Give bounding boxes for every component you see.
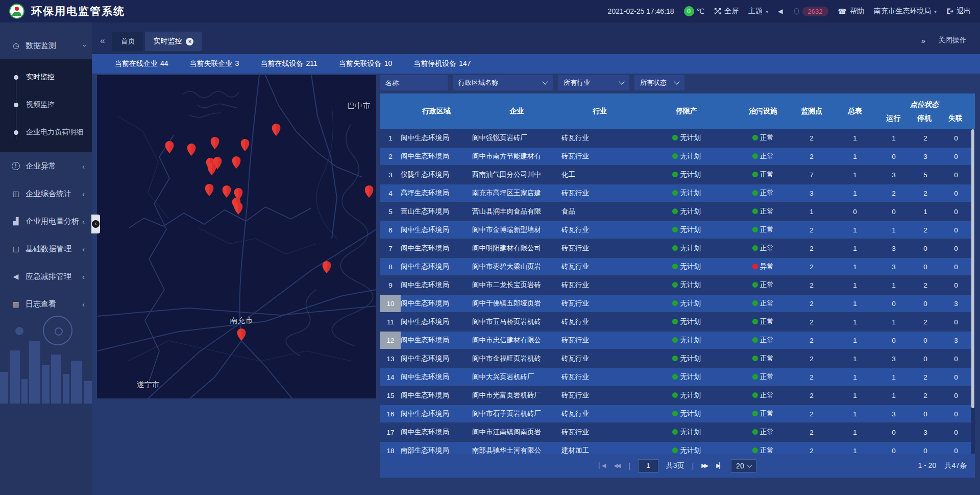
map-pin[interactable] <box>208 163 216 175</box>
org-menu[interactable]: 南充市生态环境局 ▾ <box>874 7 937 16</box>
table-row[interactable]: 3仪陇生态环境局西南油气田分公司川中化工无计划正常71350 <box>380 166 975 183</box>
status-select[interactable]: 所有状态 <box>634 75 684 90</box>
sidebar-item[interactable]: ▤基础数据管理‹ <box>0 235 92 263</box>
map-pin[interactable] <box>165 141 174 153</box>
region-select[interactable]: 行政区域名称 <box>453 75 553 90</box>
cell-monitor-points: 2 <box>791 392 832 399</box>
cell-limit-status: 无计划 <box>638 299 735 308</box>
sidebar-subitem[interactable]: 企业电力负荷明细 <box>0 119 92 146</box>
table-row[interactable]: 17阆中生态环境局阆中市江南镇阆南页岩砖瓦行业无计划正常21030 <box>380 423 975 441</box>
table-panel: 行政区域名称 所有行业 所有状态 行政区域企业行业停限产治污设施监测点总表点位状… <box>380 75 975 478</box>
cell-company: 阆中千佛镇五郎垭页岩 <box>472 299 561 308</box>
table-row[interactable]: 11阆中生态环境局阆中市五马桥页岩机砖砖瓦行业无计划正常21120 <box>380 313 975 331</box>
cell-treatment-status-label: 正常 <box>760 244 774 252</box>
cell-total-meters: 1 <box>832 263 878 271</box>
cell-lost: 0 <box>941 134 971 142</box>
sidebar-subitem[interactable]: 视频监控 <box>0 91 92 119</box>
cell-industry: 砖瓦行业 <box>561 299 638 308</box>
page-number-input[interactable] <box>638 459 658 473</box>
table-row[interactable]: 8阆中生态环境局阆中市枣碧大梁山页岩砖瓦行业无计划异常21300 <box>380 258 975 275</box>
cell-lost: 0 <box>941 355 971 363</box>
fullscreen-button[interactable]: 全屏 <box>714 7 739 16</box>
map-pin[interactable] <box>205 184 214 196</box>
status-stat: 当前失联设备10 <box>339 59 393 68</box>
help-button[interactable]: ☎ 帮助 <box>838 7 864 16</box>
table-row[interactable]: 4高坪生态环境局南充市高坪区王家店建砖瓦行业无计划正常31220 <box>380 184 975 202</box>
cell-limit-status-label: 无计划 <box>680 318 701 325</box>
name-filter-input[interactable] <box>380 75 448 90</box>
table-row[interactable]: 16阆中生态环境局阆中市石子页岩机砖厂砖瓦行业无计划正常21300 <box>380 405 975 422</box>
sidebar-item[interactable]: ◷数据监测‹ <box>0 32 92 59</box>
row-index: 12 <box>380 332 401 349</box>
scrollbar-thumb[interactable] <box>971 129 974 408</box>
map-pin[interactable] <box>365 185 374 198</box>
table-row[interactable]: 13阆中生态环境局阆中市金福旺页岩机砖砖瓦行业无计划正常21300 <box>380 350 975 367</box>
cell-running: 1 <box>878 318 910 326</box>
sidebar-item[interactable]: ▥日志查看‹ <box>0 290 92 318</box>
sidebar-item[interactable]: ◀应急减排管理‹ <box>0 263 92 290</box>
table-row[interactable]: 10阆中生态环境局阆中千佛镇五郎垭页岩砖瓦行业无计划正常21003 <box>380 295 975 312</box>
sidebar-collapse-handle[interactable]: ‹ <box>91 215 100 233</box>
close-operations-button[interactable]: 关闭操作 <box>938 36 967 45</box>
cell-region: 仪陇生态环境局 <box>401 170 472 179</box>
col-header: 总表 <box>832 107 878 116</box>
map-pin[interactable] <box>223 185 231 198</box>
status-dot <box>752 245 758 251</box>
cell-limit-status-label: 无计划 <box>680 152 701 160</box>
cell-limit-status-label: 无计划 <box>680 446 701 454</box>
point-status-subheaders: 运行停机失联 <box>878 114 971 123</box>
notification-bell[interactable]: 2632 <box>793 7 828 16</box>
first-page-button[interactable]: ▏◀ <box>599 462 606 469</box>
industry-select[interactable]: 所有行业 <box>558 75 629 90</box>
cell-stopped: 2 <box>910 392 941 399</box>
next-page-button[interactable]: ▶▶ <box>701 462 708 469</box>
map-pin[interactable] <box>272 124 281 136</box>
table-row[interactable]: 18南部生态环境局南部县驰华土河有限公建材加工无计划正常21000 <box>380 442 975 454</box>
page-size-select[interactable]: 20 <box>731 459 756 473</box>
last-page-button[interactable]: ▶▏ <box>716 462 723 469</box>
sidebar-item[interactable]: ▟企业用电量分析‹ <box>0 207 92 235</box>
status-dot <box>672 429 678 435</box>
map-pin[interactable] <box>323 261 331 273</box>
mute-speaker-icon[interactable]: ◀ <box>778 8 782 15</box>
table-row[interactable]: 15阆中生态环境局阆中市光富页岩机砖厂砖瓦行业无计划正常21120 <box>380 387 975 404</box>
cell-running: 2 <box>878 190 910 197</box>
tab-home[interactable]: 首页 <box>112 32 143 51</box>
theme-menu[interactable]: 主题 ▾ <box>748 7 768 16</box>
table-row[interactable]: 6阆中生态环境局阆中市金博瑞新型墙材砖瓦行业无计划正常21120 <box>380 221 975 239</box>
map-pin[interactable] <box>237 328 246 341</box>
status-stat: 当前在线设备211 <box>260 59 317 68</box>
chevron-down-icon: ▾ <box>934 9 937 14</box>
cell-lost: 0 <box>941 281 971 289</box>
sidebar-subitem[interactable]: 实时监控 <box>0 63 92 91</box>
sidebar-item[interactable]: !企业异常‹ <box>0 152 92 180</box>
cell-total-meters: 1 <box>832 171 878 179</box>
map-pin[interactable] <box>232 156 241 169</box>
map-pin[interactable] <box>241 139 250 151</box>
map-pin[interactable] <box>234 202 243 215</box>
close-icon[interactable]: × <box>186 38 193 45</box>
table-row[interactable]: 2阆中生态环境局阆中市南方节能建材有砖瓦行业无计划正常21030 <box>380 148 975 165</box>
table-row[interactable]: 5营山生态环境局营山县润丰肉食品有限食品无计划正常10010 <box>380 203 975 220</box>
bar-chart-icon: ▟ <box>11 217 20 225</box>
table-row[interactable]: 7阆中生态环境局阆中明阳建材有限公司砖瓦行业无计划正常21300 <box>380 240 975 257</box>
map-panel[interactable]: 巴中市南充市遂宁市 <box>97 75 376 398</box>
tab-realtime[interactable]: 实时监控× <box>145 32 202 51</box>
status-dot <box>752 392 758 398</box>
table-row[interactable]: 9阆中生态环境局阆中市二龙长宝页岩砖砖瓦行业无计划正常21120 <box>380 276 975 294</box>
scroll-tabs-left-icon[interactable]: « <box>100 36 105 46</box>
table-row[interactable]: 1阆中生态环境局阆中强锐页岩砖厂砖瓦行业无计划正常21120 <box>380 129 975 147</box>
cell-total-meters: 1 <box>832 355 878 363</box>
map-pin[interactable] <box>187 144 196 156</box>
table-row[interactable]: 12阆中生态环境局阆中市忠信建材有限公砖瓦行业无计划正常21003 <box>380 332 975 349</box>
prev-page-button[interactable]: ◀◀ <box>614 462 621 469</box>
cell-treatment-status: 正常 <box>735 133 791 143</box>
cell-industry: 砖瓦行业 <box>561 391 638 400</box>
map-pin[interactable] <box>211 137 219 149</box>
cell-treatment-status-label: 正常 <box>760 318 774 325</box>
logout-button[interactable]: 退出 <box>946 7 971 16</box>
table-row[interactable]: 14阆中生态环境局阆中大兴页岩机砖厂砖瓦行业无计划正常21120 <box>380 368 975 386</box>
status-dot <box>752 135 758 140</box>
sidebar-item[interactable]: ◫企业综合统计‹ <box>0 180 92 207</box>
scroll-tabs-right-icon[interactable]: » <box>921 36 924 45</box>
